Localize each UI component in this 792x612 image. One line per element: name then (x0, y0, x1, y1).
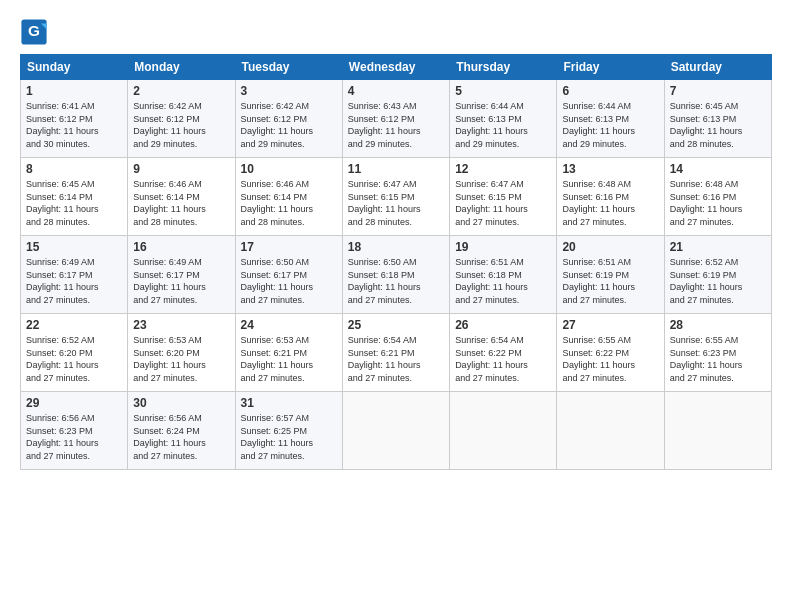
calendar-cell: 10 Sunrise: 6:46 AMSunset: 6:14 PMDaylig… (235, 158, 342, 236)
day-info: Sunrise: 6:45 AMSunset: 6:14 PMDaylight:… (26, 178, 122, 228)
day-info: Sunrise: 6:46 AMSunset: 6:14 PMDaylight:… (133, 178, 229, 228)
day-info: Sunrise: 6:44 AMSunset: 6:13 PMDaylight:… (455, 100, 551, 150)
day-info: Sunrise: 6:48 AMSunset: 6:16 PMDaylight:… (670, 178, 766, 228)
day-number: 6 (562, 84, 658, 98)
calendar-cell (557, 392, 664, 470)
day-info: Sunrise: 6:49 AMSunset: 6:17 PMDaylight:… (133, 256, 229, 306)
calendar-table: SundayMondayTuesdayWednesdayThursdayFrid… (20, 54, 772, 470)
calendar-cell: 11 Sunrise: 6:47 AMSunset: 6:15 PMDaylig… (342, 158, 449, 236)
col-header-wednesday: Wednesday (342, 55, 449, 80)
day-info: Sunrise: 6:51 AMSunset: 6:19 PMDaylight:… (562, 256, 658, 306)
calendar-cell: 27 Sunrise: 6:55 AMSunset: 6:22 PMDaylig… (557, 314, 664, 392)
calendar-cell: 3 Sunrise: 6:42 AMSunset: 6:12 PMDayligh… (235, 80, 342, 158)
day-number: 30 (133, 396, 229, 410)
calendar-cell: 2 Sunrise: 6:42 AMSunset: 6:12 PMDayligh… (128, 80, 235, 158)
day-info: Sunrise: 6:55 AMSunset: 6:22 PMDaylight:… (562, 334, 658, 384)
page: G SundayMondayTuesdayWednesdayThursdayFr… (0, 0, 792, 612)
day-info: Sunrise: 6:41 AMSunset: 6:12 PMDaylight:… (26, 100, 122, 150)
day-info: Sunrise: 6:56 AMSunset: 6:24 PMDaylight:… (133, 412, 229, 462)
day-number: 3 (241, 84, 337, 98)
calendar-cell: 1 Sunrise: 6:41 AMSunset: 6:12 PMDayligh… (21, 80, 128, 158)
logo-icon: G (20, 18, 48, 46)
day-number: 11 (348, 162, 444, 176)
calendar-cell: 26 Sunrise: 6:54 AMSunset: 6:22 PMDaylig… (450, 314, 557, 392)
calendar-cell: 20 Sunrise: 6:51 AMSunset: 6:19 PMDaylig… (557, 236, 664, 314)
calendar-cell: 19 Sunrise: 6:51 AMSunset: 6:18 PMDaylig… (450, 236, 557, 314)
col-header-monday: Monday (128, 55, 235, 80)
day-info: Sunrise: 6:46 AMSunset: 6:14 PMDaylight:… (241, 178, 337, 228)
calendar-cell: 8 Sunrise: 6:45 AMSunset: 6:14 PMDayligh… (21, 158, 128, 236)
day-number: 28 (670, 318, 766, 332)
day-info: Sunrise: 6:52 AMSunset: 6:20 PMDaylight:… (26, 334, 122, 384)
day-info: Sunrise: 6:55 AMSunset: 6:23 PMDaylight:… (670, 334, 766, 384)
day-number: 12 (455, 162, 551, 176)
calendar-week-5: 29 Sunrise: 6:56 AMSunset: 6:23 PMDaylig… (21, 392, 772, 470)
day-number: 23 (133, 318, 229, 332)
calendar-cell: 18 Sunrise: 6:50 AMSunset: 6:18 PMDaylig… (342, 236, 449, 314)
calendar-cell (664, 392, 771, 470)
day-number: 7 (670, 84, 766, 98)
col-header-tuesday: Tuesday (235, 55, 342, 80)
day-number: 1 (26, 84, 122, 98)
calendar-cell: 30 Sunrise: 6:56 AMSunset: 6:24 PMDaylig… (128, 392, 235, 470)
day-info: Sunrise: 6:53 AMSunset: 6:21 PMDaylight:… (241, 334, 337, 384)
header: G (20, 18, 772, 46)
day-info: Sunrise: 6:56 AMSunset: 6:23 PMDaylight:… (26, 412, 122, 462)
day-info: Sunrise: 6:48 AMSunset: 6:16 PMDaylight:… (562, 178, 658, 228)
day-number: 14 (670, 162, 766, 176)
calendar-cell: 29 Sunrise: 6:56 AMSunset: 6:23 PMDaylig… (21, 392, 128, 470)
calendar-cell: 23 Sunrise: 6:53 AMSunset: 6:20 PMDaylig… (128, 314, 235, 392)
calendar-week-3: 15 Sunrise: 6:49 AMSunset: 6:17 PMDaylig… (21, 236, 772, 314)
day-number: 31 (241, 396, 337, 410)
calendar-cell (450, 392, 557, 470)
day-info: Sunrise: 6:42 AMSunset: 6:12 PMDaylight:… (133, 100, 229, 150)
day-number: 22 (26, 318, 122, 332)
calendar-header-row: SundayMondayTuesdayWednesdayThursdayFrid… (21, 55, 772, 80)
day-number: 21 (670, 240, 766, 254)
day-info: Sunrise: 6:53 AMSunset: 6:20 PMDaylight:… (133, 334, 229, 384)
day-info: Sunrise: 6:47 AMSunset: 6:15 PMDaylight:… (455, 178, 551, 228)
day-info: Sunrise: 6:45 AMSunset: 6:13 PMDaylight:… (670, 100, 766, 150)
day-info: Sunrise: 6:44 AMSunset: 6:13 PMDaylight:… (562, 100, 658, 150)
calendar-cell: 21 Sunrise: 6:52 AMSunset: 6:19 PMDaylig… (664, 236, 771, 314)
calendar-cell: 17 Sunrise: 6:50 AMSunset: 6:17 PMDaylig… (235, 236, 342, 314)
col-header-thursday: Thursday (450, 55, 557, 80)
col-header-saturday: Saturday (664, 55, 771, 80)
calendar-cell: 12 Sunrise: 6:47 AMSunset: 6:15 PMDaylig… (450, 158, 557, 236)
day-info: Sunrise: 6:50 AMSunset: 6:17 PMDaylight:… (241, 256, 337, 306)
svg-text:G: G (28, 22, 40, 39)
day-info: Sunrise: 6:54 AMSunset: 6:22 PMDaylight:… (455, 334, 551, 384)
calendar-cell: 6 Sunrise: 6:44 AMSunset: 6:13 PMDayligh… (557, 80, 664, 158)
day-info: Sunrise: 6:43 AMSunset: 6:12 PMDaylight:… (348, 100, 444, 150)
calendar-cell: 13 Sunrise: 6:48 AMSunset: 6:16 PMDaylig… (557, 158, 664, 236)
day-info: Sunrise: 6:42 AMSunset: 6:12 PMDaylight:… (241, 100, 337, 150)
day-number: 13 (562, 162, 658, 176)
calendar-cell: 24 Sunrise: 6:53 AMSunset: 6:21 PMDaylig… (235, 314, 342, 392)
col-header-sunday: Sunday (21, 55, 128, 80)
day-number: 24 (241, 318, 337, 332)
calendar-cell: 22 Sunrise: 6:52 AMSunset: 6:20 PMDaylig… (21, 314, 128, 392)
day-info: Sunrise: 6:52 AMSunset: 6:19 PMDaylight:… (670, 256, 766, 306)
calendar-cell: 15 Sunrise: 6:49 AMSunset: 6:17 PMDaylig… (21, 236, 128, 314)
day-number: 17 (241, 240, 337, 254)
day-number: 16 (133, 240, 229, 254)
day-info: Sunrise: 6:51 AMSunset: 6:18 PMDaylight:… (455, 256, 551, 306)
calendar-week-1: 1 Sunrise: 6:41 AMSunset: 6:12 PMDayligh… (21, 80, 772, 158)
day-number: 27 (562, 318, 658, 332)
day-info: Sunrise: 6:49 AMSunset: 6:17 PMDaylight:… (26, 256, 122, 306)
day-number: 15 (26, 240, 122, 254)
calendar-cell: 14 Sunrise: 6:48 AMSunset: 6:16 PMDaylig… (664, 158, 771, 236)
day-number: 20 (562, 240, 658, 254)
day-info: Sunrise: 6:57 AMSunset: 6:25 PMDaylight:… (241, 412, 337, 462)
calendar-cell: 9 Sunrise: 6:46 AMSunset: 6:14 PMDayligh… (128, 158, 235, 236)
day-number: 29 (26, 396, 122, 410)
day-number: 26 (455, 318, 551, 332)
day-number: 2 (133, 84, 229, 98)
day-number: 4 (348, 84, 444, 98)
calendar-cell: 4 Sunrise: 6:43 AMSunset: 6:12 PMDayligh… (342, 80, 449, 158)
col-header-friday: Friday (557, 55, 664, 80)
calendar-week-2: 8 Sunrise: 6:45 AMSunset: 6:14 PMDayligh… (21, 158, 772, 236)
calendar-cell: 16 Sunrise: 6:49 AMSunset: 6:17 PMDaylig… (128, 236, 235, 314)
day-info: Sunrise: 6:54 AMSunset: 6:21 PMDaylight:… (348, 334, 444, 384)
day-number: 18 (348, 240, 444, 254)
